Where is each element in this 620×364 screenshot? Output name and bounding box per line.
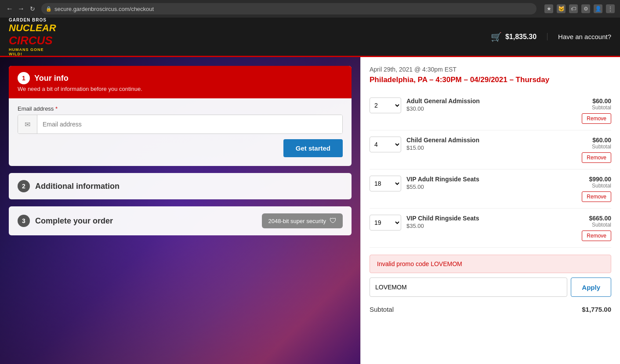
logo-circus-text: CIRCUS xyxy=(9,34,53,47)
promo-row: Apply xyxy=(370,278,611,297)
logo-area: GARDEN BROS NUCLEAR CIRCUS HUMANS GONE W… xyxy=(9,22,53,52)
apply-button[interactable]: Apply xyxy=(571,278,611,297)
subtotal-label-vip-adult: Subtotal xyxy=(582,183,611,189)
step-3-header: 3 Complete your order 2048-bit super sec… xyxy=(9,206,352,235)
main-layout: 1 Your info We need a bit of information… xyxy=(0,57,620,364)
ticket-price-child-general: $15.00 xyxy=(406,144,576,151)
left-panel: 1 Your info We need a bit of information… xyxy=(0,57,360,364)
email-icon: ✉ xyxy=(18,115,37,133)
email-input[interactable] xyxy=(37,115,342,133)
security-badge: 2048-bit super security 🛡 xyxy=(262,213,343,228)
logo-sub-text: HUMANS GONE WILD! xyxy=(9,47,53,56)
ticket-info-adult-general: Adult General Admission $30.00 xyxy=(406,97,576,112)
ticket-name-vip-child: VIP Child Ringside Seats xyxy=(406,215,576,222)
account-link[interactable]: Have an account? xyxy=(547,33,611,40)
security-label: 2048-bit super security xyxy=(268,218,326,224)
extension-icon-gear[interactable]: ⚙ xyxy=(581,4,590,13)
subtotal-label-vip-child: Subtotal xyxy=(582,222,611,228)
ticket-info-child-general: Child General Admission $15.00 xyxy=(406,137,576,151)
subtotal-label-child-general: Subtotal xyxy=(582,144,611,150)
back-button[interactable]: ← xyxy=(5,4,14,13)
browser-action-icons: ★ 🐱 🏷 ⚙ 👤 ⋮ xyxy=(544,4,615,13)
ticket-right-vip-child: $665.00 Subtotal Remove xyxy=(582,215,611,241)
ticket-total-adult-general: $60.00 xyxy=(582,97,611,105)
ticket-row-child-general: 1 2 3 4 5 Child General Admission $15.00… xyxy=(370,130,611,169)
ticket-total-vip-adult: $990.00 xyxy=(582,176,611,183)
step-2-header: 2 Additional information xyxy=(9,173,352,199)
ticket-total-vip-child: $665.00 xyxy=(582,215,611,222)
cart-amount: $1,835.30 xyxy=(505,33,537,41)
logo-nuclear-text: NUCLEAR xyxy=(9,22,56,34)
step-1-number: 1 xyxy=(18,72,30,84)
browser-chrome: ← → ↻ 🔒 secure.gardenbroscircus.com/chec… xyxy=(0,0,620,18)
step-3-title: Complete your order xyxy=(35,216,113,226)
forward-button[interactable]: → xyxy=(17,4,25,13)
email-input-wrapper: ✉ xyxy=(18,115,343,134)
subtotal-text: Subtotal xyxy=(370,306,394,313)
ticket-row-vip-child: 17 18 19 20 VIP Child Ringside Seats $35… xyxy=(370,209,611,248)
ticket-right-child-general: $60.00 Subtotal Remove xyxy=(582,137,611,163)
ticket-total-child-general: $60.00 xyxy=(582,137,611,144)
shield-icon: 🛡 xyxy=(330,217,337,225)
star-icon[interactable]: ★ xyxy=(544,4,553,13)
remove-button-vip-adult[interactable]: Remove xyxy=(582,191,611,202)
ticket-row-adult-general: 1 2 3 4 5 Adult General Admission $30.00… xyxy=(370,91,611,130)
step-3-number: 3 xyxy=(18,215,30,227)
subtotal-amount: $1,775.00 xyxy=(582,306,611,313)
qty-select-vip-adult[interactable]: 16 17 18 19 20 xyxy=(370,176,401,191)
step-2-box: 2 Additional information xyxy=(9,173,352,199)
event-title: Philadelphia, PA – 4:30PM – 04/29/2021 –… xyxy=(370,76,611,84)
ticket-name-vip-adult: VIP Adult Ringside Seats xyxy=(406,176,576,183)
subtotal-label-adult-general: Subtotal xyxy=(582,105,611,111)
subtotal-row: Subtotal $1,775.00 xyxy=(370,302,611,313)
ticket-right-vip-adult: $990.00 Subtotal Remove xyxy=(582,176,611,202)
right-panel: April 29th, 2021 @ 4:30pm EST Philadelph… xyxy=(360,57,620,364)
email-label: Email address * xyxy=(18,105,343,112)
step-1-body: Email address * ✉ Get started xyxy=(9,98,352,166)
ticket-info-vip-adult: VIP Adult Ringside Seats $55.00 xyxy=(406,176,576,190)
site-header: GARDEN BROS NUCLEAR CIRCUS HUMANS GONE W… xyxy=(0,18,620,57)
nav-buttons: ← → ↻ xyxy=(5,4,37,13)
cart-icon: 🛒 xyxy=(491,32,502,42)
refresh-button[interactable]: ↻ xyxy=(28,4,37,13)
promo-error-message: Invalid promo code LOVEMOM xyxy=(370,255,611,273)
extension-icon-tag[interactable]: 🏷 xyxy=(569,4,578,13)
remove-button-child-general[interactable]: Remove xyxy=(582,152,611,163)
ticket-right-adult-general: $60.00 Subtotal Remove xyxy=(582,97,611,124)
ticket-name-adult-general: Adult General Admission xyxy=(406,97,576,105)
logo-top-text: GARDEN BROS xyxy=(9,18,47,22)
step-1-box: 1 Your info We need a bit of information… xyxy=(9,66,352,166)
qty-select-adult-general[interactable]: 1 2 3 4 5 xyxy=(370,97,401,113)
step-3-box: 3 Complete your order 2048-bit super sec… xyxy=(9,206,352,235)
cart-area[interactable]: 🛒 $1,835.30 xyxy=(491,32,537,42)
profile-icon[interactable]: 👤 xyxy=(594,4,602,13)
step-2-title: Additional information xyxy=(35,182,120,191)
qty-select-vip-child[interactable]: 17 18 19 20 xyxy=(370,215,401,231)
step-1-header: 1 Your info We need a bit of information… xyxy=(9,66,352,98)
remove-button-vip-child[interactable]: Remove xyxy=(582,231,611,241)
required-star: * xyxy=(55,105,58,112)
step-1-title: Your info xyxy=(34,74,69,83)
event-date: April 29th, 2021 @ 4:30pm EST xyxy=(370,66,611,73)
ticket-row-vip-adult: 16 17 18 19 20 VIP Adult Ringside Seats … xyxy=(370,169,611,209)
ticket-info-vip-child: VIP Child Ringside Seats $35.00 xyxy=(406,215,576,229)
remove-button-adult-general[interactable]: Remove xyxy=(582,113,611,124)
get-started-wrapper: Get started xyxy=(18,139,343,157)
form-content: 1 Your info We need a bit of information… xyxy=(0,57,360,251)
header-right: 🛒 $1,835.30 Have an account? xyxy=(491,32,611,42)
ticket-price-vip-adult: $55.00 xyxy=(406,184,576,190)
promo-input[interactable] xyxy=(370,278,567,297)
menu-icon[interactable]: ⋮ xyxy=(606,4,615,13)
extension-icon-fox[interactable]: 🐱 xyxy=(557,4,566,13)
get-started-button[interactable]: Get started xyxy=(283,139,343,157)
lock-icon: 🔒 xyxy=(46,6,52,12)
url-text: secure.gardenbroscircus.com/checkout xyxy=(54,6,154,12)
logo-box: GARDEN BROS NUCLEAR CIRCUS HUMANS GONE W… xyxy=(9,22,53,52)
address-bar[interactable]: 🔒 secure.gardenbroscircus.com/checkout xyxy=(41,3,537,14)
ticket-price-vip-child: $35.00 xyxy=(406,223,576,229)
step-1-subtitle: We need a bit of information before you … xyxy=(18,86,343,92)
ticket-price-adult-general: $30.00 xyxy=(406,105,576,112)
ticket-name-child-general: Child General Admission xyxy=(406,137,576,144)
step-2-number: 2 xyxy=(18,180,30,192)
qty-select-child-general[interactable]: 1 2 3 4 5 xyxy=(370,137,401,152)
